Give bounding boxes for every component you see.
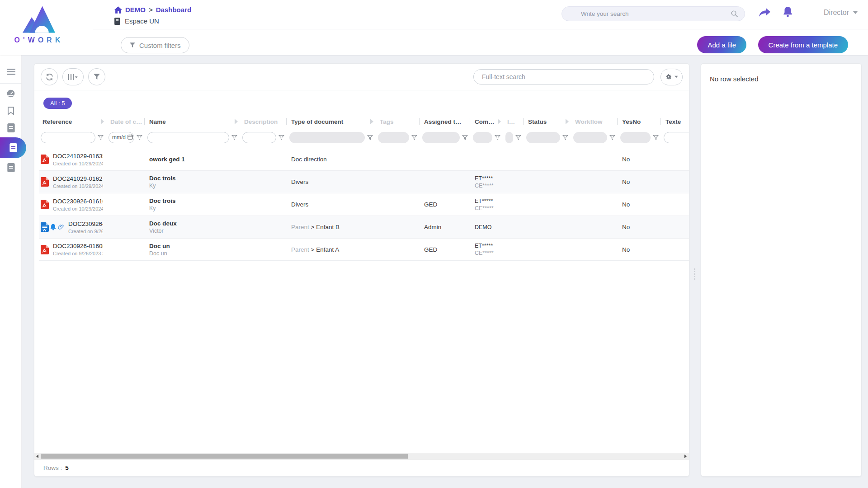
- breadcrumb-current[interactable]: Dashboard: [156, 6, 191, 14]
- filter-input-name[interactable]: [147, 132, 229, 143]
- column-header-name[interactable]: Name: [146, 114, 241, 129]
- sidebar: [0, 55, 22, 488]
- filter-date-date[interactable]: mm/d: [108, 132, 134, 143]
- pdf-file-icon[interactable]: [41, 155, 49, 164]
- cell-i: [504, 148, 524, 170]
- document-name: Doc un: [149, 243, 237, 249]
- yesno-value: No: [622, 201, 658, 208]
- scrollbar-thumb[interactable]: [41, 454, 408, 459]
- column-divider: [144, 118, 145, 125]
- cell-status: [524, 193, 571, 216]
- word-file-icon[interactable]: [41, 222, 49, 232]
- type-value: > Enfant A: [311, 246, 340, 253]
- funnel-filter-icon[interactable]: [367, 135, 373, 141]
- cell-workflow: [571, 171, 618, 193]
- app-logo[interactable]: O'WORK: [7, 3, 71, 44]
- refresh-button[interactable]: [41, 68, 58, 85]
- document-name: owork ged 1: [149, 156, 237, 163]
- search-icon[interactable]: [731, 10, 738, 19]
- funnel-filter-icon[interactable]: [495, 135, 500, 141]
- reference-number: DOC230926-01610-3: [53, 198, 103, 205]
- funnel-filter-icon[interactable]: [462, 135, 468, 141]
- cell-reference: DOC241029-01635-0Created on 10/29/2024 1…: [39, 148, 107, 170]
- table-row[interactable]: DOC241029-01627-0Created on 10/29/2024 1…: [39, 170, 689, 193]
- column-header-tags[interactable]: Tags: [376, 114, 420, 129]
- menu-icon[interactable]: [0, 63, 22, 80]
- column-header-date[interactable]: Date of cr…: [107, 114, 146, 129]
- create-from-template-button[interactable]: Create from a template: [758, 36, 848, 53]
- library-icon-2[interactable]: [0, 159, 22, 176]
- reference-block: DOC241029-01627-0Created on 10/29/2024 1…: [53, 175, 103, 189]
- cell-yesno: No: [618, 239, 662, 260]
- home-icon[interactable]: [114, 6, 122, 14]
- columns-selector-button[interactable]: [62, 68, 84, 85]
- funnel-filter-icon[interactable]: [137, 135, 142, 141]
- funnel-filter-icon[interactable]: [231, 135, 237, 141]
- panel-resize-handle[interactable]: [693, 268, 697, 280]
- funnel-filter-icon[interactable]: [653, 135, 659, 141]
- filter-input-description[interactable]: [242, 132, 276, 143]
- table-body: DOC241029-01635-0Created on 10/29/2024 1…: [39, 148, 689, 261]
- table-settings-button[interactable]: [660, 69, 683, 85]
- column-header-i[interactable]: I…: [504, 114, 524, 129]
- dashboard-gauge-icon[interactable]: [0, 85, 22, 102]
- document-subtitle: Victor: [149, 228, 237, 234]
- filter-cell-tags: [376, 132, 420, 143]
- funnel-filter-icon[interactable]: [562, 135, 568, 141]
- column-header-type[interactable]: Type of document: [288, 114, 376, 129]
- filter-input-texte[interactable]: [664, 132, 689, 143]
- breadcrumb-root[interactable]: DEMO: [125, 6, 146, 14]
- cell-workflow: [571, 239, 618, 260]
- library-icon[interactable]: [0, 119, 22, 136]
- table-row[interactable]: DOC230926-01610-3Created on 10/29/2024 1…: [39, 193, 689, 216]
- scroll-left-arrow-icon[interactable]: [36, 455, 38, 458]
- filter-input-reference[interactable]: [41, 132, 95, 143]
- column-label: Assigned t…: [424, 118, 470, 125]
- custom-filters-button[interactable]: Custom filters: [121, 37, 189, 53]
- filter-funnel-icon: [129, 42, 136, 48]
- company-line2: CE*****: [475, 183, 500, 189]
- column-header-texte[interactable]: Texte: [662, 114, 689, 129]
- funnel-filter-icon[interactable]: [278, 135, 284, 141]
- library-active-icon[interactable]: [0, 137, 26, 158]
- table-row[interactable]: DOC241029-01635-0Created on 10/29/2024 1…: [39, 148, 689, 170]
- column-label: Texte: [665, 118, 689, 125]
- tab-all-badge[interactable]: All : 5: [43, 98, 72, 109]
- column-header-comp[interactable]: Comp…: [471, 114, 504, 129]
- filter-cell-reference: [39, 132, 107, 143]
- horizontal-scrollbar[interactable]: [34, 453, 689, 460]
- global-search-input[interactable]: [581, 7, 726, 21]
- column-header-description[interactable]: Description: [241, 114, 288, 129]
- scroll-right-arrow-icon[interactable]: [684, 455, 687, 458]
- funnel-filter-icon[interactable]: [609, 135, 615, 141]
- column-header-yesno[interactable]: YesNo: [618, 114, 662, 129]
- column-header-workflow[interactable]: Workflow: [571, 114, 618, 129]
- bookmark-icon[interactable]: [0, 102, 22, 119]
- funnel-filter-icon[interactable]: [411, 135, 417, 141]
- pdf-file-icon[interactable]: [41, 245, 49, 254]
- pdf-file-icon[interactable]: [41, 177, 49, 187]
- reference-block: DOC230926-01609-0Created on 9/26/2023 3:…: [68, 221, 103, 234]
- filter-cell-name: [146, 132, 241, 143]
- cell-workflow: [571, 216, 618, 238]
- share-icon[interactable]: [759, 8, 771, 20]
- user-menu[interactable]: Director: [824, 9, 858, 17]
- cell-name: Doc troisKy: [146, 171, 241, 193]
- funnel-filter-icon[interactable]: [515, 135, 521, 141]
- funnel-filter-icon[interactable]: [98, 135, 104, 141]
- table-row[interactable]: DOC230926-01609-0Created on 9/26/2023 3:…: [39, 216, 689, 238]
- cell-i: [504, 171, 524, 193]
- notifications-bell-icon[interactable]: [783, 6, 793, 19]
- filter-button[interactable]: [88, 68, 105, 85]
- company-line1: DEMO: [475, 224, 500, 230]
- table-row[interactable]: DOC230926-01608-0Created on 9/26/2023 3:…: [39, 238, 689, 261]
- fulltext-search-input[interactable]: [474, 70, 654, 84]
- column-header-status[interactable]: Status: [524, 114, 571, 129]
- column-divider: [617, 118, 618, 125]
- pdf-file-icon[interactable]: [41, 200, 49, 209]
- column-header-assigned[interactable]: Assigned t…: [420, 114, 471, 129]
- cell-texte: [662, 171, 689, 193]
- add-file-button[interactable]: Add a file: [697, 36, 746, 53]
- column-header-reference[interactable]: Reference: [39, 114, 107, 129]
- cell-tags: [376, 193, 420, 216]
